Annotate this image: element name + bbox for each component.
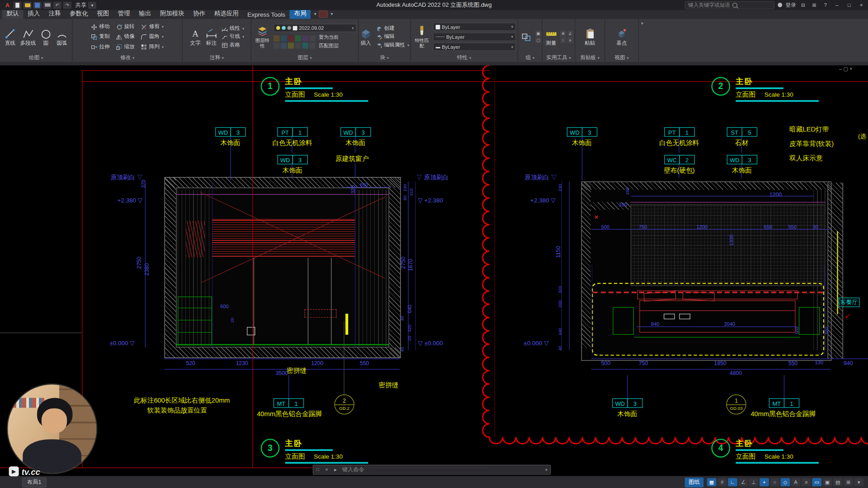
ribbon-tab-insert[interactable]: 插入 (23, 9, 44, 19)
status-toggle-0[interactable]: ▦ (707, 478, 717, 486)
help-search-input[interactable]: 键入关键字或短语 (685, 1, 774, 9)
ribbon-tab-layout[interactable]: 布局 (290, 9, 311, 19)
drawing-canvas[interactable]: ✕ 原顶刷白 ▽+2.380 ▽±0.000 ▽37027502380▽ 原顶刷… (0, 65, 868, 476)
status-toggle-9[interactable]: ≡ (802, 478, 811, 486)
command-drag-handle-icon[interactable]: ∷ (313, 467, 322, 472)
layout-tab[interactable]: 布局1 (22, 477, 46, 487)
layer-tool-icon[interactable] (274, 35, 279, 41)
tool-mirror[interactable]: 镜像 (115, 33, 136, 41)
tool-edit-attributes[interactable]: 1编辑属性 (375, 41, 410, 49)
ribbon-tab-view[interactable]: 视图 (92, 9, 113, 19)
ribbon-tab-annotate[interactable]: 注释 (44, 9, 66, 19)
panel-label-group[interactable]: 组 (518, 54, 542, 62)
ribbon-tab-output[interactable]: 输出 (135, 9, 156, 19)
tool-rotate[interactable]: 旋转 (115, 23, 136, 31)
status-toggle-5[interactable]: + (760, 478, 769, 486)
tab-options-caret-icon[interactable]: ▾ (314, 12, 316, 17)
account-icon[interactable] (778, 3, 782, 7)
group-edit-icon[interactable]: ▢ (535, 37, 541, 43)
tool-dimension[interactable]: 标注 (204, 27, 219, 47)
customize-caret-icon[interactable]: ▾ (854, 478, 863, 486)
match-layer-button[interactable]: 匹配图层 (319, 42, 339, 50)
tool-circle[interactable]: 圆 (38, 27, 53, 47)
layer-tool-icon[interactable] (288, 35, 294, 41)
tool-line[interactable]: 直线 (3, 27, 17, 47)
workspace-icon[interactable] (319, 10, 328, 18)
save-icon[interactable] (33, 1, 41, 9)
maximize-button[interactable]: □ (845, 2, 854, 8)
signin-button[interactable]: 登录 (786, 1, 796, 9)
tool-stretch[interactable]: 拉伸 (90, 43, 111, 51)
workspace-caret-icon[interactable]: ▾ (330, 12, 333, 17)
panel-label-utilities[interactable]: 实用工具 (542, 54, 575, 62)
ribbon-tab-default[interactable]: 默认 (2, 9, 24, 19)
layer-tool-icon[interactable] (302, 42, 308, 48)
new-file-icon[interactable] (13, 1, 21, 9)
layer-tool-icon[interactable] (288, 42, 294, 48)
quick-measure-icon[interactable]: ⊕ (560, 30, 566, 36)
tool-group[interactable] (519, 30, 533, 43)
layer-tool-icon[interactable] (274, 42, 279, 48)
tool-linear-dim[interactable]: 线性 (220, 24, 245, 32)
command-history-caret-icon[interactable]: ▾ (545, 467, 550, 472)
ungroup-icon[interactable]: ▣ (535, 30, 541, 36)
layer-tool-icon[interactable] (309, 42, 315, 48)
redo-icon[interactable]: ↷ (63, 1, 71, 9)
open-file-icon[interactable] (23, 1, 31, 9)
undo-icon[interactable]: ↶ (53, 1, 61, 9)
status-toggle-8[interactable]: A (791, 478, 801, 486)
object-color-dropdown[interactable]: ByLayer (433, 23, 516, 31)
minimize-button[interactable]: – (833, 2, 842, 8)
tool-insert-block[interactable]: 插入 (359, 27, 373, 47)
ribbon-tab-parametric[interactable]: 参数化 (65, 9, 92, 19)
distance-icon[interactable]: ↕ (560, 37, 566, 43)
help-icon[interactable]: ? (821, 2, 829, 8)
status-toggle-7[interactable]: ◇ (781, 478, 790, 486)
status-toggle-3[interactable]: ∠ (738, 478, 748, 486)
status-toggle-6[interactable]: ○ (770, 478, 779, 486)
panel-label-layers[interactable]: 图层 (251, 54, 358, 62)
tool-layer-properties[interactable]: 图层特性 (253, 24, 272, 49)
tool-fillet[interactable]: 圆角 (140, 33, 165, 41)
tool-base-point[interactable]: 基点 (614, 27, 629, 47)
status-toggle-10[interactable]: ▭ (812, 478, 821, 486)
layer-tool-icon[interactable] (295, 35, 301, 41)
panel-label-view[interactable]: 视图 (605, 54, 638, 62)
status-toggle-1[interactable]: # (717, 478, 727, 486)
search-icon[interactable] (732, 3, 737, 8)
ribbon-tab-addins[interactable]: 附加模块 (156, 9, 189, 19)
panel-label-block[interactable]: 块 (359, 54, 410, 62)
status-toggle-12[interactable]: ▤ (833, 478, 843, 486)
qat-dropdown-icon[interactable]: ▾ (88, 1, 96, 9)
panel-label-draw[interactable]: 绘图 (0, 54, 72, 62)
tool-match-properties[interactable]: 特性匹配 (412, 24, 431, 49)
tool-copy[interactable]: 复制 (90, 33, 111, 41)
cart-icon[interactable]: ⊟ (799, 2, 807, 8)
close-button[interactable]: × (857, 2, 866, 8)
ribbon-collapse-icon[interactable]: ▾ (641, 21, 643, 26)
status-toggle-11[interactable]: ▣ (823, 478, 832, 486)
panel-label-annotation[interactable]: 注释 (183, 54, 251, 62)
command-input[interactable]: 键入命令 (340, 466, 545, 474)
status-toggle-13[interactable]: ⊞ (844, 478, 853, 486)
tool-paste[interactable]: 粘贴 (583, 27, 597, 47)
tool-move[interactable]: 移动 (90, 23, 111, 31)
layer-filter-dropdown[interactable]: 2022.09.02 (274, 24, 357, 32)
status-toggle-2[interactable]: ∟ (728, 478, 737, 486)
tool-create-block[interactable]: 创建 (375, 24, 410, 32)
tool-arc[interactable]: 圆弧 (55, 27, 69, 47)
ribbon-tab-express[interactable]: Express Tools (243, 10, 290, 19)
paper-space-button[interactable]: 图纸 (685, 477, 704, 487)
tool-text[interactable]: A 文字 (188, 27, 203, 47)
layer-tool-icon[interactable] (281, 35, 287, 41)
id-point-icon[interactable]: ∠ (567, 30, 573, 36)
panel-label-properties[interactable]: 特性 (411, 54, 518, 62)
plot-icon[interactable] (43, 1, 52, 9)
share-button[interactable]: 共享 (75, 1, 86, 9)
tool-array[interactable]: 阵列 (140, 43, 165, 51)
ribbon-tab-featured[interactable]: 精选应用 (210, 9, 243, 19)
layer-tool-icon[interactable] (295, 42, 301, 48)
area-icon[interactable]: ≡ (567, 37, 573, 43)
apps-icon[interactable]: ⊞ (811, 2, 818, 8)
linetype-dropdown[interactable]: —— ByLayer (433, 33, 516, 41)
